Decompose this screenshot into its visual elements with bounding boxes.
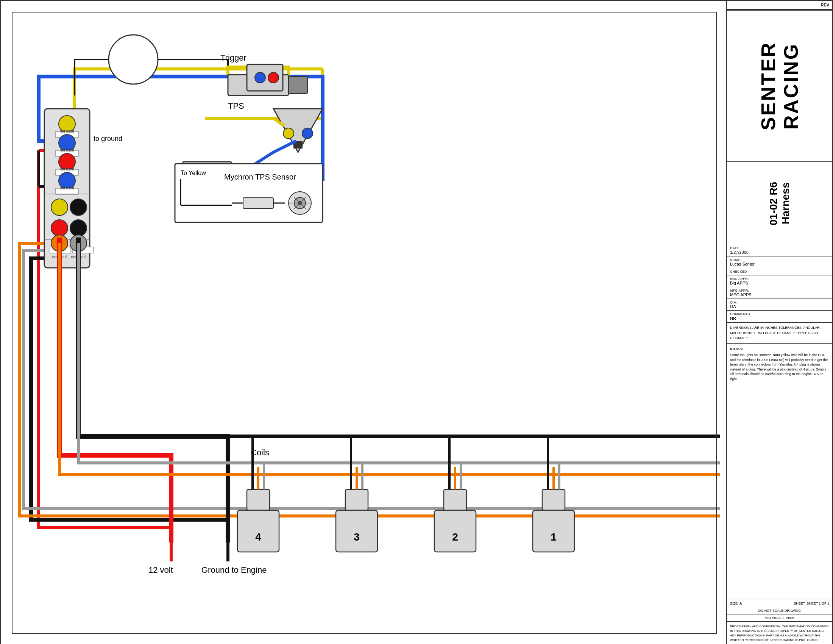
rev-label: REV — [820, 3, 829, 7]
svg-rect-69 — [444, 489, 466, 510]
scale-row: DO NOT SCALE DRAWING — [727, 607, 832, 614]
svg-rect-47 — [243, 198, 273, 208]
eng-appr-row: ENG APPR. Big APPS — [727, 275, 832, 287]
svg-text:Mychron TPS Sensor: Mychron TPS Sensor — [224, 173, 296, 181]
svg-point-15 — [70, 220, 87, 237]
notes-block: NOTES: Some thoughts on Harness 1800 yel… — [727, 343, 832, 600]
drawing-name: 01-02 R6 Harness — [727, 161, 832, 245]
svg-point-32 — [268, 72, 279, 83]
svg-text:4: 4 — [255, 531, 261, 543]
svg-text:3: 3 — [354, 531, 360, 543]
svg-text:Trigger: Trigger — [220, 53, 246, 63]
svg-text:To Yellow: To Yellow — [181, 170, 206, 176]
wiring-diagram: not used not used not used not used not … — [1, 1, 728, 644]
drawing-area: not used not used not used not used not … — [1, 1, 728, 644]
comments-row: COMMENTS NR — [727, 311, 832, 322]
svg-point-31 — [255, 72, 265, 83]
mfg-appr-value: MPG APPS — [730, 293, 829, 297]
confidential-block: PROPRIETARY AND CONFIDENTIAL THE INFORMA… — [727, 621, 832, 644]
rev-header: REV — [727, 1, 832, 10]
svg-text:TPS: TPS — [228, 101, 244, 111]
svg-text:Ground to Engine: Ground to Engine — [201, 565, 267, 575]
dimensions-block: DIMENSIONS ARE IN INCHES TOLERANCES: ANG… — [727, 322, 832, 343]
svg-text:not used: not used — [60, 167, 74, 171]
qa-row: Q.A. GA — [727, 299, 832, 311]
checked-row: CHECKED — [727, 268, 832, 275]
svg-text:not used: not used — [60, 186, 74, 190]
date-value: 1/27/2006 — [730, 250, 829, 254]
svg-point-40 — [302, 128, 313, 138]
svg-point-14 — [51, 220, 68, 237]
svg-text:1: 1 — [550, 531, 556, 543]
svg-text:2: 2 — [452, 531, 458, 543]
company-name: SENTER RACING — [727, 10, 832, 161]
eng-appr-value: Big APPS — [730, 281, 829, 285]
mfg-appr-row: MFG APPR. MPG APPS — [727, 287, 832, 299]
drawn-row: NAME Lucas Senter — [727, 256, 832, 268]
svg-text:12 volt: 12 volt — [148, 565, 173, 575]
svg-rect-29 — [288, 77, 307, 93]
material-row: MATERIAL: FINISH — [727, 614, 832, 621]
svg-text:not used: not used — [60, 129, 74, 134]
svg-text:to ground: to ground — [93, 135, 122, 142]
comments-value: NR — [730, 316, 829, 320]
date-row: DATE 1/27/2006 — [727, 245, 832, 256]
svg-rect-57 — [247, 489, 270, 510]
svg-rect-75 — [542, 489, 565, 510]
svg-text:not used: not used — [60, 148, 74, 152]
svg-point-12 — [51, 199, 68, 216]
title-fields: DATE 1/27/2006 NAME Lucas Senter CHECKED… — [727, 245, 832, 644]
main-container: not used not used not used not used not … — [0, 0, 833, 644]
drawn-value: Lucas Senter — [730, 262, 829, 266]
title-block: REV SENTER RACING 01-02 R6 Harness DATE … — [726, 1, 832, 644]
size-row: SIZE: A SHEET: SHEET 1 OF 1 — [727, 600, 832, 607]
svg-point-13 — [70, 199, 87, 216]
qa-value: GA — [730, 304, 829, 309]
svg-point-39 — [283, 128, 294, 138]
svg-point-1 — [109, 35, 158, 84]
svg-rect-63 — [345, 489, 368, 510]
